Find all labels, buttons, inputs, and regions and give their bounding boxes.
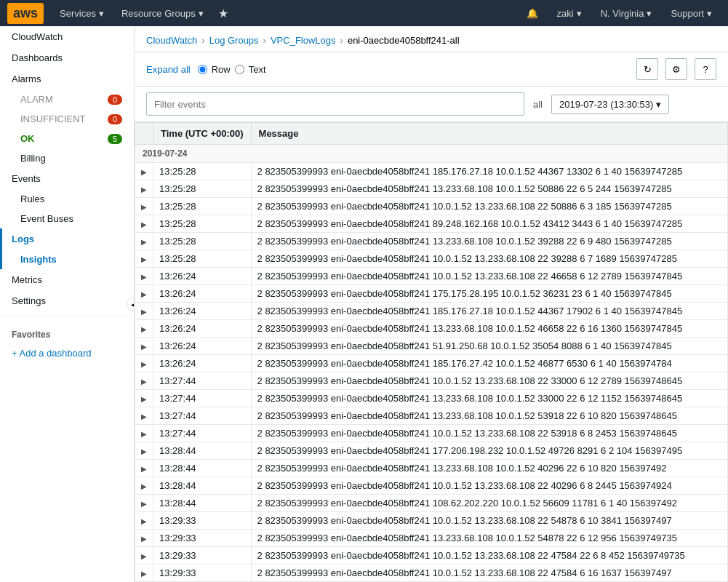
table-row[interactable]: ▶ 13:28:44 2 823505399993 eni-0aecbde405… [135, 442, 728, 460]
table-row[interactable]: ▶ 13:26:24 2 823505399993 eni-0aecbde405… [135, 338, 728, 355]
table-row[interactable]: ▶ 13:27:44 2 823505399993 eni-0aecbde405… [135, 372, 728, 390]
table-row[interactable]: ▶ 13:27:44 2 823505399993 eni-0aecbde405… [135, 425, 728, 442]
expand-arrow-icon[interactable]: ▶ [141, 255, 147, 263]
table-row[interactable]: ▶ 13:25:28 2 823505399993 eni-0aecbde405… [135, 163, 728, 180]
user-menu[interactable]: zaki ▾ [548, 0, 591, 26]
table-row[interactable]: ▶ 13:25:28 2 823505399993 eni-0aecbde405… [135, 198, 728, 215]
sidebar-item-billing[interactable]: Billing [0, 148, 134, 168]
sidebar-item-logs[interactable]: Logs [0, 228, 134, 250]
table-row[interactable]: ▶ 13:25:28 2 823505399993 eni-0aecbde405… [135, 250, 728, 268]
table-row[interactable]: ▶ 13:25:28 2 823505399993 eni-0aecbde405… [135, 215, 728, 233]
expand-arrow-icon[interactable]: ▶ [141, 430, 147, 438]
expand-arrow-icon[interactable]: ▶ [141, 552, 147, 560]
row-radio-label[interactable]: Row [212, 64, 231, 75]
date-picker-button[interactable]: 2019-07-23 (13:30:53) ▾ [551, 95, 669, 114]
table-row[interactable]: ▶ 13:25:28 2 823505399993 eni-0aecbde405… [135, 180, 728, 198]
table-row[interactable]: ▶ 13:28:44 2 823505399993 eni-0aecbde405… [135, 460, 728, 477]
sidebar-item-alarm[interactable]: ALARM 0 [0, 89, 134, 109]
table-row[interactable]: ▶ 13:28:44 2 823505399993 eni-0aecbde405… [135, 495, 728, 512]
table-row[interactable]: ▶ 13:25:28 2 823505399993 eni-0aecbde405… [135, 233, 728, 250]
log-time: 13:26:24 [153, 268, 252, 285]
expand-arrow-icon[interactable]: ▶ [141, 360, 147, 368]
sidebar-item-event-buses[interactable]: Event Buses [0, 209, 134, 228]
region-chevron-icon: ▾ [647, 8, 652, 19]
add-dashboard-button[interactable]: + Add a dashboard [0, 343, 134, 364]
sidebar-item-insufficient[interactable]: INSUFFICIENT 0 [0, 109, 134, 129]
resource-groups-label: Resource Groups [121, 8, 196, 19]
filter-input[interactable] [146, 92, 524, 116]
sidebar-item-ok[interactable]: OK 5 [0, 129, 134, 148]
sidebar-item-settings[interactable]: Settings [0, 290, 134, 311]
expand-arrow-icon[interactable]: ▶ [141, 220, 147, 228]
sidebar-item-dashboards[interactable]: Dashboards [0, 47, 134, 68]
breadcrumb: CloudWatch › Log Groups › VPC_FlowLogs ›… [135, 26, 728, 52]
table-row[interactable]: ▶ 13:26:24 2 823505399993 eni-0aecbde405… [135, 303, 728, 320]
table-row[interactable]: ▶ 13:29:33 2 823505399993 eni-0aecbde405… [135, 565, 728, 582]
log-time: 13:26:24 [153, 303, 252, 320]
sidebar-item-metrics[interactable]: Metrics [0, 269, 134, 290]
region-menu[interactable]: N. Virginia ▾ [592, 0, 661, 26]
expand-arrow-icon[interactable]: ▶ [141, 465, 147, 473]
region-label: N. Virginia [601, 8, 644, 19]
breadcrumb-cloudwatch[interactable]: CloudWatch [146, 35, 197, 46]
settings-button[interactable]: ⚙ [665, 58, 687, 80]
expand-arrow-icon[interactable]: ▶ [141, 482, 147, 490]
sidebar-item-rules[interactable]: Rules [0, 189, 134, 209]
table-row[interactable]: ▶ 13:29:33 2 823505399993 eni-0aecbde405… [135, 530, 728, 547]
table-row[interactable]: ▶ 13:29:33 2 823505399993 eni-0aecbde405… [135, 547, 728, 565]
log-time: 13:25:28 [153, 215, 252, 233]
log-time: 13:26:24 [153, 320, 252, 338]
row-radio[interactable] [198, 65, 207, 74]
breadcrumb-sep-3: › [340, 35, 343, 46]
table-row[interactable]: ▶ 13:27:44 2 823505399993 eni-0aecbde405… [135, 407, 728, 425]
sidebar-item-cloudwatch[interactable]: CloudWatch [0, 26, 134, 47]
expand-arrow-icon[interactable]: ▶ [141, 273, 147, 281]
log-message: 2 823505399993 eni-0aecbde4058bff241 51.… [251, 338, 727, 355]
help-button[interactable]: ? [695, 58, 716, 80]
bell-icon[interactable]: 🔔 [518, 0, 547, 26]
sidebar-item-alarms[interactable]: Alarms [0, 68, 134, 89]
expand-arrow-icon[interactable]: ▶ [141, 447, 147, 455]
table-row[interactable]: ▶ 13:26:24 2 823505399993 eni-0aecbde405… [135, 355, 728, 372]
resource-groups-menu[interactable]: Resource Groups ▾ [113, 0, 212, 26]
favorites-star-icon[interactable]: ★ [212, 7, 234, 20]
expand-arrow-icon[interactable]: ▶ [141, 570, 147, 578]
expand-arrow-icon[interactable]: ▶ [141, 308, 147, 316]
breadcrumb-vpc-flowlogs[interactable]: VPC_FlowLogs [271, 35, 336, 46]
expand-arrow-icon[interactable]: ▶ [141, 238, 147, 246]
expand-arrow-icon[interactable]: ▶ [141, 500, 147, 508]
expand-arrow-icon[interactable]: ▶ [141, 203, 147, 211]
table-row[interactable]: ▶ 13:26:24 2 823505399993 eni-0aecbde405… [135, 320, 728, 338]
sidebar-insufficient-label: INSUFFICIENT [20, 113, 86, 124]
table-row[interactable]: ▶ 13:26:24 2 823505399993 eni-0aecbde405… [135, 285, 728, 303]
table-row[interactable]: ▶ 13:29:33 2 823505399993 eni-0aecbde405… [135, 512, 728, 530]
sidebar-item-insights[interactable]: Insights [0, 250, 134, 269]
expand-arrow-icon[interactable]: ▶ [141, 395, 147, 403]
text-radio-label[interactable]: Text [249, 64, 266, 75]
expand-arrow-icon[interactable]: ▶ [141, 168, 147, 176]
sidebar-item-events[interactable]: Events [0, 168, 134, 189]
table-row[interactable]: ▶ 13:26:24 2 823505399993 eni-0aecbde405… [135, 268, 728, 285]
table-row[interactable]: ▶ 13:28:44 2 823505399993 eni-0aecbde405… [135, 477, 728, 495]
log-message: 2 823505399993 eni-0aecbde4058bff241 185… [251, 355, 727, 372]
services-menu[interactable]: Services ▾ [51, 0, 113, 26]
log-time: 13:28:44 [153, 477, 252, 495]
expand-arrow-icon[interactable]: ▶ [141, 325, 147, 333]
log-time: 13:26:24 [153, 285, 252, 303]
expand-arrow-icon[interactable]: ▶ [141, 378, 147, 386]
expand-arrow-icon[interactable]: ▶ [141, 343, 147, 351]
expand-arrow-icon[interactable]: ▶ [141, 517, 147, 525]
support-menu[interactable]: Support ▾ [662, 0, 721, 26]
toolbar: Expand all Row Text ↻ ⚙ ? [135, 52, 728, 87]
expand-arrow-icon[interactable]: ▶ [141, 412, 147, 420]
log-message: 2 823505399993 eni-0aecbde4058bff241 177… [251, 442, 727, 460]
text-radio[interactable] [235, 65, 244, 74]
expand-arrow-icon[interactable]: ▶ [141, 535, 147, 543]
breadcrumb-log-groups[interactable]: Log Groups [209, 35, 259, 46]
table-row[interactable]: ▶ 13:27:44 2 823505399993 eni-0aecbde405… [135, 390, 728, 407]
insufficient-badge: 0 [108, 114, 122, 124]
expand-arrow-icon[interactable]: ▶ [141, 290, 147, 298]
expand-arrow-icon[interactable]: ▶ [141, 186, 147, 194]
refresh-button[interactable]: ↻ [636, 58, 658, 80]
expand-all-button[interactable]: Expand all [146, 64, 191, 75]
